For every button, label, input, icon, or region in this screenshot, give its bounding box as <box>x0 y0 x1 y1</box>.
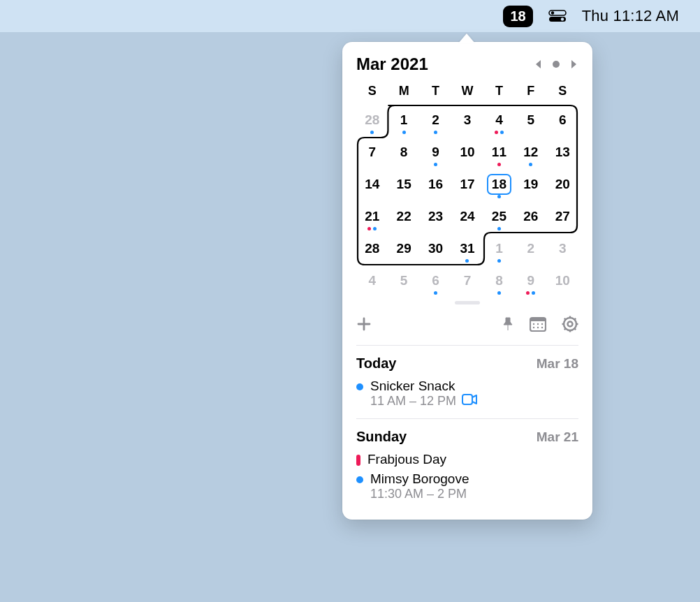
calendar-day[interactable]: 31 <box>451 233 483 265</box>
calendar-app-icon[interactable] <box>530 316 546 332</box>
calendar-day[interactable]: 30 <box>420 233 451 265</box>
menubar-date-badge[interactable]: 18 <box>503 6 532 27</box>
popover-toolbar <box>356 313 578 335</box>
calendar-day-number: 24 <box>460 209 474 224</box>
event-dot-icon <box>532 291 535 295</box>
calendar-day[interactable]: 21 <box>356 200 388 233</box>
event-dot-icon <box>500 131 504 134</box>
calendar-day-number: 7 <box>368 145 376 160</box>
today-dot-icon[interactable] <box>552 60 560 68</box>
svg-point-14 <box>568 322 573 327</box>
calendar-day-number: 2 <box>527 241 535 256</box>
calendar-day[interactable]: 17 <box>451 168 483 200</box>
calendar-day[interactable]: 4 <box>483 104 515 136</box>
svg-rect-6 <box>530 318 546 321</box>
calendar-day-number: 20 <box>555 177 570 192</box>
calendar-day[interactable]: 7 <box>356 136 388 168</box>
divider <box>356 418 578 419</box>
add-event-button[interactable] <box>356 316 372 332</box>
next-month-icon[interactable] <box>570 59 578 70</box>
calendar-day[interactable]: 10 <box>451 136 483 168</box>
calendar-day[interactable]: 25 <box>483 200 515 233</box>
calendar-day[interactable]: 19 <box>515 168 546 200</box>
calendar-day[interactable]: 7 <box>451 265 483 297</box>
calendar-day[interactable]: 20 <box>547 168 578 200</box>
calendar-day[interactable]: 8 <box>388 136 419 168</box>
agenda-event[interactable]: Frabjous Day <box>356 452 578 467</box>
calendar-day[interactable]: 22 <box>388 200 419 233</box>
calendar-day-number: 27 <box>555 209 570 224</box>
event-dot-icon <box>434 163 437 166</box>
calendar-day[interactable]: 1 <box>483 233 515 265</box>
svg-point-11 <box>537 327 539 328</box>
calendar-day-number: 3 <box>464 112 472 128</box>
calendar-day[interactable]: 28 <box>356 104 388 136</box>
drag-handle[interactable] <box>455 301 480 304</box>
settings-gear-icon[interactable] <box>562 316 578 332</box>
agenda-section-date: Mar 18 <box>537 356 578 372</box>
calendar-day[interactable]: 3 <box>451 104 483 136</box>
calendar-day[interactable]: 9 <box>420 136 451 168</box>
svg-line-22 <box>574 318 576 320</box>
calendar-day-number: 13 <box>555 145 570 160</box>
calendar-day[interactable]: 5 <box>515 104 546 136</box>
video-call-icon[interactable] <box>462 394 477 409</box>
event-dot-icon <box>434 291 437 295</box>
event-dots <box>483 131 515 134</box>
calendar-day[interactable]: 13 <box>547 136 578 168</box>
agenda-event[interactable]: Mimsy Borogove11:30 AM – 2 PM <box>356 471 578 501</box>
event-dot-icon <box>370 131 374 134</box>
calendar-day[interactable]: 24 <box>451 200 483 233</box>
calendar-day[interactable]: 16 <box>420 168 451 200</box>
calendar-day[interactable]: 9 <box>515 265 546 297</box>
calendar-day[interactable]: 2 <box>515 233 546 265</box>
calendar-day[interactable]: 29 <box>388 233 419 265</box>
calendar-day[interactable]: 18 <box>483 168 515 200</box>
calendar-day[interactable]: 27 <box>547 200 578 233</box>
svg-point-8 <box>537 323 539 325</box>
calendar-day[interactable]: 3 <box>547 233 578 265</box>
calendar-day[interactable]: 28 <box>356 233 388 265</box>
calendar-day[interactable]: 5 <box>388 265 419 297</box>
control-center-icon[interactable] <box>548 10 567 22</box>
calendar-month-title: Mar 2021 <box>356 54 428 74</box>
calendar-day[interactable]: 2 <box>420 104 451 136</box>
event-dots <box>515 291 546 295</box>
calendar-day[interactable]: 4 <box>356 265 388 297</box>
calendar-day[interactable]: 11 <box>483 136 515 168</box>
calendar-nav <box>534 59 578 70</box>
calendar-day[interactable]: 10 <box>547 265 578 297</box>
calendar-day[interactable]: 12 <box>515 136 546 168</box>
menubar-clock[interactable]: Thu 11:12 AM <box>582 7 679 25</box>
prev-month-icon[interactable] <box>534 59 542 70</box>
pin-icon[interactable] <box>502 317 514 331</box>
event-body: Snicker Snack11 AM – 12 PM <box>370 379 578 409</box>
svg-point-7 <box>533 323 534 325</box>
calendar-day[interactable]: 23 <box>420 200 451 233</box>
calendar-day-number: 6 <box>559 112 567 128</box>
agenda-event[interactable]: Snicker Snack11 AM – 12 PM <box>356 379 578 409</box>
event-title: Frabjous Day <box>367 452 578 467</box>
svg-line-19 <box>564 318 566 320</box>
calendar-day[interactable]: 15 <box>388 168 419 200</box>
calendar-day-number: 11 <box>492 145 506 160</box>
agenda-section-head: SundayMar 21 <box>356 429 578 445</box>
calendar-day-number: 30 <box>428 241 443 256</box>
calendar-day[interactable]: 1 <box>388 104 419 136</box>
weekday-label: W <box>451 84 483 98</box>
calendar-day[interactable]: 26 <box>515 200 546 233</box>
calendar-day-number: 26 <box>523 209 538 224</box>
calendar-day[interactable]: 14 <box>356 168 388 200</box>
event-dots <box>356 131 388 134</box>
event-dots <box>483 227 515 230</box>
event-pill-icon <box>356 455 360 466</box>
event-dots <box>420 131 451 134</box>
calendar-day[interactable]: 6 <box>547 104 578 136</box>
calendar-day[interactable]: 6 <box>420 265 451 297</box>
calendar-day-number: 29 <box>397 241 411 256</box>
calendar-day[interactable]: 8 <box>483 265 515 297</box>
calendar-day-number: 16 <box>428 177 443 192</box>
weekday-label: T <box>420 84 451 98</box>
calendar-day-number: 5 <box>400 273 408 288</box>
event-dot-icon <box>497 227 501 230</box>
